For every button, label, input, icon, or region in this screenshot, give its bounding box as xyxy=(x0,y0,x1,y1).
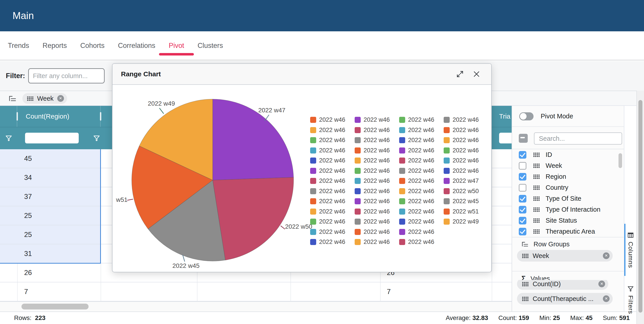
tab-cohorts[interactable]: Cohorts xyxy=(80,39,105,53)
column-checkbox[interactable] xyxy=(519,173,526,181)
drag-grip-icon[interactable] xyxy=(533,196,540,201)
legend-item[interactable]: 2022 w46 xyxy=(310,206,355,217)
legend-item[interactable]: 2022 w46 xyxy=(310,237,355,247)
legend-item[interactable]: 2022 w46 xyxy=(310,156,355,166)
quick-filter-input[interactable] xyxy=(28,68,105,84)
count-region-cell[interactable]: 34 xyxy=(24,174,32,182)
legend-item[interactable]: 2022 w46 xyxy=(355,145,399,156)
drag-grip-icon[interactable] xyxy=(533,185,540,190)
count-region-cell[interactable]: 25 xyxy=(24,231,32,239)
drag-grip-icon[interactable] xyxy=(533,207,540,212)
count-region-cell[interactable]: 25 xyxy=(24,212,32,220)
legend-item[interactable]: 2022 w45 xyxy=(444,196,488,206)
sidebar-column-id[interactable]: ID xyxy=(512,149,624,160)
filter-funnel-icon[interactable] xyxy=(93,135,100,142)
filter-funnel-icon[interactable] xyxy=(5,135,12,142)
sidebar-column-site-status[interactable]: Site Status xyxy=(512,215,624,226)
dialog-header[interactable]: Range Chart xyxy=(112,64,491,85)
legend-item[interactable]: 2022 w46 xyxy=(355,166,399,176)
count-region-cell[interactable]: 31 xyxy=(24,250,32,258)
legend-item[interactable]: 2022 w46 xyxy=(310,186,355,196)
count-region-cell[interactable]: 45 xyxy=(24,155,32,163)
tab-correlations[interactable]: Correlations xyxy=(118,39,156,53)
legend-item[interactable]: 2022 w46 xyxy=(310,217,355,227)
legend-item[interactable]: 2022 w46 xyxy=(444,156,488,166)
tab-columns[interactable]: Columns xyxy=(624,232,637,268)
sidebar-column-country[interactable]: Country xyxy=(512,182,624,193)
legend-item[interactable]: 2022 w46 xyxy=(355,237,399,247)
close-icon[interactable] xyxy=(472,70,480,78)
vertical-scrollbar[interactable] xyxy=(636,91,644,324)
count-id-cell[interactable]: 7 xyxy=(387,288,391,296)
legend-item[interactable]: 2022 w46 xyxy=(444,166,488,176)
column-search-input[interactable] xyxy=(534,132,622,145)
legend-item[interactable]: 2022 w46 xyxy=(355,125,399,135)
column-checkbox[interactable] xyxy=(519,184,526,192)
sidebar-column-type-of-site[interactable]: Type Of Site xyxy=(512,193,624,204)
legend-item[interactable]: 2022 w46 xyxy=(399,135,444,145)
drag-grip-icon[interactable] xyxy=(522,253,528,258)
grid-header-count-region[interactable]: Count(Region) xyxy=(17,106,100,127)
remove-chip-icon[interactable]: ✕ xyxy=(57,95,64,102)
legend-item[interactable]: 2022 w46 xyxy=(310,145,355,156)
column-resize-handle[interactable] xyxy=(100,112,101,121)
remove-chip-icon[interactable]: ✕ xyxy=(598,280,605,287)
grid-header-cell-empty[interactable] xyxy=(0,106,17,127)
legend-item[interactable]: 2022 w46 xyxy=(355,176,399,186)
column-checkbox[interactable] xyxy=(519,228,526,235)
legend-item[interactable]: 2022 w46 xyxy=(444,115,488,125)
legend-item[interactable]: 2022 w46 xyxy=(399,196,444,206)
drag-grip-icon[interactable] xyxy=(533,152,540,157)
legend-item[interactable]: 2022 w46 xyxy=(310,196,355,206)
legend-item[interactable]: 2022 w46 xyxy=(355,196,399,206)
legend-item[interactable]: 2022 w46 xyxy=(310,227,355,237)
legend-item[interactable]: 2022 w46 xyxy=(399,176,444,186)
legend-item[interactable]: 2022 w46 xyxy=(355,217,399,227)
drag-grip-icon[interactable] xyxy=(533,163,540,168)
maximize-icon[interactable] xyxy=(456,70,464,78)
legend-item[interactable]: 2022 w46 xyxy=(444,145,488,156)
drag-grip-icon[interactable] xyxy=(533,174,540,179)
select-all-checkbox[interactable] xyxy=(519,134,528,143)
legend-item[interactable]: 2022 w46 xyxy=(399,156,444,166)
vertical-scrollbar-thumb[interactable] xyxy=(638,100,642,312)
legend-item[interactable]: 2022 w51 xyxy=(444,206,488,217)
horizontal-scrollbar-thumb[interactable] xyxy=(22,304,88,309)
row-group-chip-week[interactable]: Week ✕ xyxy=(22,93,67,104)
count-region-filter-input[interactable] xyxy=(25,133,79,143)
column-resize-handle[interactable] xyxy=(16,112,18,121)
legend-item[interactable]: 2022 w46 xyxy=(399,206,444,217)
legend-item[interactable]: 2022 w46 xyxy=(399,145,444,156)
legend-item[interactable]: 2022 w46 xyxy=(355,186,399,196)
legend-item[interactable]: 2022 w46 xyxy=(355,135,399,145)
sidebar-column-week[interactable]: Week xyxy=(512,160,624,171)
legend-item[interactable]: 2022 w46 xyxy=(355,156,399,166)
legend-item[interactable]: 2022 w46 xyxy=(310,115,355,125)
drag-grip-icon[interactable] xyxy=(27,96,34,101)
drag-grip-icon[interactable] xyxy=(522,282,528,286)
remove-chip-icon[interactable]: ✕ xyxy=(603,295,610,302)
tab-filters[interactable]: Filters xyxy=(624,285,637,314)
legend-item[interactable]: 2022 w46 xyxy=(444,125,488,135)
legend-item[interactable]: 2022 w46 xyxy=(399,227,444,237)
legend-item[interactable]: 2022 w46 xyxy=(399,125,444,135)
pivot-mode-toggle[interactable] xyxy=(519,112,534,120)
legend-item[interactable]: 2022 w46 xyxy=(399,166,444,176)
value-chip-count-id[interactable]: Count(ID) ✕ xyxy=(517,280,608,290)
sidebar-column-region[interactable]: Region xyxy=(512,171,624,182)
drag-grip-icon[interactable] xyxy=(533,229,540,234)
column-checkbox[interactable] xyxy=(519,206,526,213)
legend-item[interactable]: 2022 w46 xyxy=(310,166,355,176)
count-region-cell[interactable]: 7 xyxy=(24,288,28,296)
tab-clusters[interactable]: Clusters xyxy=(197,39,224,53)
legend-item[interactable]: 2022 w46 xyxy=(399,186,444,196)
drag-grip-icon[interactable] xyxy=(533,218,540,223)
legend-item[interactable]: 2022 w46 xyxy=(399,237,444,247)
column-checkbox[interactable] xyxy=(519,195,526,202)
count-region-cell[interactable]: 26 xyxy=(24,269,32,277)
remove-chip-icon[interactable]: ✕ xyxy=(603,252,610,259)
legend-item[interactable]: 2022 w46 xyxy=(444,135,488,145)
sidebar-column-therapeutic-area[interactable]: Therapeutic Area xyxy=(512,226,624,237)
legend-item[interactable]: 2022 w46 xyxy=(310,176,355,186)
legend-item[interactable]: 2022 w46 xyxy=(355,227,399,237)
